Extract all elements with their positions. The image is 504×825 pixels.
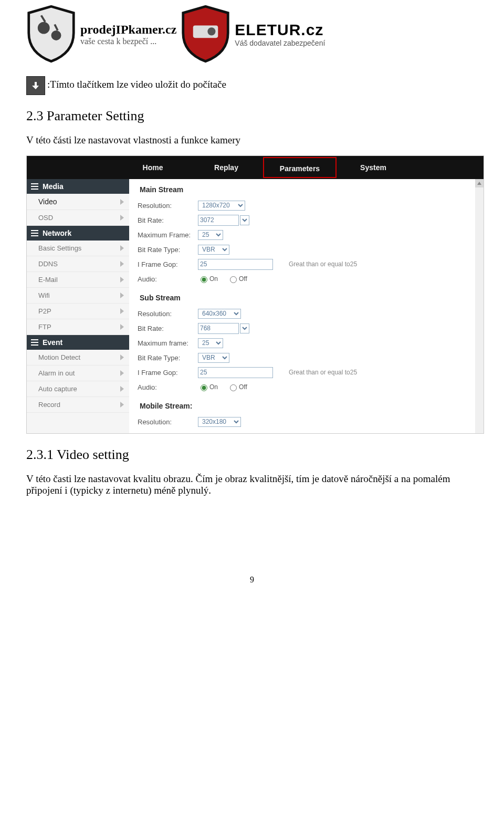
sidebar-item-video[interactable]: Video bbox=[27, 194, 129, 210]
sidebar-network-label: Network bbox=[43, 229, 71, 237]
sidebar-event-label: Event bbox=[43, 338, 62, 347]
section-2-3-1-text: V této časti lze nastavovat kvalitu obra… bbox=[26, 473, 478, 496]
sidebar-media-label: Media bbox=[43, 182, 64, 191]
tab-system[interactable]: System bbox=[337, 156, 410, 179]
chevron-right-icon bbox=[120, 324, 124, 330]
scroll-up-icon[interactable] bbox=[475, 179, 484, 187]
list-icon bbox=[31, 183, 38, 190]
main-audio-on[interactable]: On bbox=[198, 275, 218, 283]
sidebar-item-email[interactable]: E-Mail bbox=[27, 272, 129, 288]
svg-rect-9 bbox=[31, 235, 38, 236]
sidebar-item-basic[interactable]: Basic Settings bbox=[27, 241, 129, 256]
label-resolution: Resolution: bbox=[138, 202, 198, 210]
sidebar-item-alarm[interactable]: Alarm in out bbox=[27, 365, 129, 381]
main-resolution-select[interactable]: 1280x720 bbox=[198, 201, 245, 211]
label-audio: Audio: bbox=[138, 275, 198, 283]
label-brtype: Bit Rate Type: bbox=[138, 354, 198, 362]
sidebar-item-ddns[interactable]: DDNS bbox=[27, 256, 129, 272]
svg-rect-11 bbox=[31, 342, 38, 343]
chevron-right-icon bbox=[120, 277, 124, 283]
main-audio-off[interactable]: Off bbox=[227, 275, 247, 283]
main-brtype-select[interactable]: VBR bbox=[198, 245, 229, 255]
shield-logo-1 bbox=[26, 5, 76, 63]
sidebar-head-media[interactable]: Media bbox=[27, 179, 129, 194]
sidebar-item-label: Auto capture bbox=[38, 385, 77, 393]
sub-audio-on[interactable]: On bbox=[198, 383, 218, 391]
section-2-3-title: 2.3 Parameter Setting bbox=[26, 108, 478, 124]
camera-ui-screenshot: Home Replay Parameters System Media Vide… bbox=[26, 155, 484, 434]
svg-rect-7 bbox=[31, 230, 38, 231]
sidebar-item-autocap[interactable]: Auto capture bbox=[27, 381, 129, 397]
sub-bitrate-input[interactable] bbox=[198, 323, 239, 334]
tab-home[interactable]: Home bbox=[116, 156, 190, 179]
sub-stream-title: Sub Stream bbox=[138, 294, 475, 302]
download-arrow-icon bbox=[32, 81, 39, 90]
svg-rect-5 bbox=[31, 186, 38, 187]
label-maxframe: Maximum Frame: bbox=[138, 231, 198, 239]
chevron-right-icon bbox=[120, 370, 124, 376]
tab-parameters[interactable]: Parameters bbox=[263, 157, 337, 178]
page-number: 9 bbox=[26, 575, 478, 584]
sub-bitrate-dd[interactable] bbox=[240, 323, 249, 333]
sidebar-item-label: Record bbox=[38, 401, 60, 409]
sub-resolution-select[interactable]: 640x360 bbox=[198, 309, 241, 319]
label-maxframe2: Maximum frame: bbox=[138, 339, 198, 347]
scrollbar[interactable] bbox=[475, 179, 484, 433]
chevron-right-icon bbox=[120, 215, 124, 221]
label-bitrate: Bit Rate: bbox=[138, 216, 198, 224]
svg-rect-4 bbox=[31, 183, 38, 184]
sidebar-item-label: DDNS bbox=[38, 260, 58, 268]
sidebar-item-p2p[interactable]: P2P bbox=[27, 304, 129, 319]
svg-rect-12 bbox=[31, 344, 38, 346]
igop-note: Great than or equal to25 bbox=[289, 260, 357, 268]
svg-rect-10 bbox=[31, 339, 38, 340]
igop-note: Great than or equal to25 bbox=[289, 369, 357, 376]
chevron-right-icon bbox=[120, 261, 124, 267]
list-icon bbox=[31, 339, 38, 346]
chevron-right-icon bbox=[120, 402, 124, 408]
sub-igop-input[interactable] bbox=[198, 367, 273, 378]
label-igop: I Frame Gop: bbox=[138, 260, 198, 268]
chevron-right-icon bbox=[120, 245, 124, 251]
sidebar-item-wifi[interactable]: Wifi bbox=[27, 288, 129, 304]
main-bitrate-dd[interactable] bbox=[240, 215, 249, 225]
sub-audio-off[interactable]: Off bbox=[227, 383, 247, 391]
label-bitrate: Bit Rate: bbox=[138, 325, 198, 332]
sidebar-item-label: FTP bbox=[38, 323, 51, 331]
sidebar-item-record[interactable]: Record bbox=[27, 397, 129, 413]
shield-logo-2 bbox=[181, 5, 230, 63]
sidebar-item-motion[interactable]: Motion Detect bbox=[27, 350, 129, 365]
sidebar-item-label: Basic Settings bbox=[38, 244, 81, 252]
sidebar-item-label: Video bbox=[38, 197, 57, 206]
main-igop-input[interactable] bbox=[198, 259, 273, 270]
svg-rect-6 bbox=[31, 189, 38, 190]
chevron-right-icon bbox=[120, 199, 124, 205]
svg-rect-8 bbox=[31, 233, 38, 234]
sidebar-head-network[interactable]: Network bbox=[27, 226, 129, 241]
sidebar-item-label: OSD bbox=[38, 214, 53, 222]
section-2-3-1-title: 2.3.1 Video setting bbox=[26, 447, 478, 463]
mobile-resolution-select[interactable]: 320x180 bbox=[198, 417, 241, 427]
mobile-stream-title: Mobile Stream: bbox=[138, 402, 475, 410]
main-stream-title: Main Stream bbox=[138, 185, 475, 194]
sub-maxframe-select[interactable]: 25 bbox=[198, 338, 223, 348]
label-audio: Audio: bbox=[138, 383, 198, 391]
brand1-title: prodejIPkamer.cz bbox=[80, 23, 176, 37]
download-caption: :Tímto tlačítkem lze video uložit do poč… bbox=[47, 79, 226, 90]
sidebar: Media Video OSD Network Basic Settings D… bbox=[27, 179, 129, 433]
svg-point-3 bbox=[208, 27, 216, 35]
label-resolution: Resolution: bbox=[138, 418, 198, 426]
chevron-right-icon bbox=[120, 386, 124, 392]
download-button[interactable] bbox=[26, 76, 45, 95]
tab-replay[interactable]: Replay bbox=[190, 156, 263, 179]
sub-brtype-select[interactable]: VBR bbox=[198, 353, 229, 363]
main-panel: Main Stream Resolution:1280x720 Bit Rate… bbox=[129, 179, 484, 433]
sidebar-head-event[interactable]: Event bbox=[27, 335, 129, 350]
label-resolution: Resolution: bbox=[138, 310, 198, 318]
svg-point-0 bbox=[38, 22, 50, 34]
sidebar-item-osd[interactable]: OSD bbox=[27, 210, 129, 226]
main-bitrate-input[interactable] bbox=[198, 215, 239, 226]
main-maxframe-select[interactable]: 25 bbox=[198, 230, 223, 240]
page-header: prodejIPkamer.cz vaše cesta k bezpečí ..… bbox=[26, 5, 478, 63]
sidebar-item-ftp[interactable]: FTP bbox=[27, 319, 129, 335]
